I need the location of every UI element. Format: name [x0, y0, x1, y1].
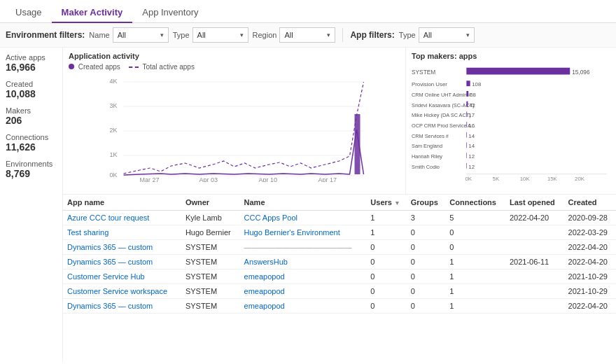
- cell-owner: SYSTEM: [181, 270, 240, 284]
- stat-active-apps: Active apps 16,966: [6, 53, 57, 73]
- region-filter-select[interactable]: All ▾: [279, 27, 335, 43]
- svg-text:Mar 27: Mar 27: [140, 176, 160, 182]
- app-filter-label: App filters:: [350, 30, 394, 40]
- cell-created: 2022-04-20: [564, 299, 616, 314]
- name-filter-label: Name: [89, 31, 109, 39]
- svg-text:20K: 20K: [575, 176, 585, 182]
- sort-icon: ▾: [396, 200, 399, 206]
- chevron-down-icon: ▾: [240, 31, 244, 38]
- svg-rect-43: [466, 163, 467, 169]
- chart-legend: Created apps Total active apps: [69, 63, 400, 71]
- region-filter-group: Region All ▾: [253, 27, 336, 43]
- bar-chart-title: Top makers: apps: [412, 52, 610, 60]
- cell-app-name[interactable]: Dynamics 365 — custom: [63, 240, 181, 255]
- cell-owner: SYSTEM: [181, 255, 240, 270]
- svg-text:Sam England: Sam England: [412, 143, 442, 149]
- cell-name[interactable]: emeapopod: [240, 270, 367, 284]
- stat-created: Created 10,088: [6, 80, 57, 99]
- col-app-name: App name: [63, 195, 181, 211]
- stat-makers: Makers 206: [6, 106, 57, 126]
- cell-last-opened: 2021-06-11: [505, 255, 564, 270]
- legend-total: Total active apps: [129, 63, 195, 71]
- cell-last-opened: [505, 284, 564, 299]
- svg-text:108: 108: [472, 81, 482, 88]
- svg-text:1K: 1K: [110, 151, 118, 158]
- col-name: Name: [240, 195, 367, 211]
- cell-connections: 5: [445, 211, 505, 225]
- cell-name[interactable]: ——————————————: [240, 240, 367, 255]
- svg-rect-14: [355, 114, 360, 174]
- svg-text:10K: 10K: [520, 176, 531, 182]
- svg-text:2K: 2K: [110, 127, 118, 134]
- cell-app-name[interactable]: Customer Service workspace: [63, 284, 181, 299]
- svg-text:CRM Online UHT Admin #: CRM Online UHT Admin #: [412, 92, 472, 98]
- svg-rect-34: [466, 132, 467, 138]
- cell-users: 0: [366, 284, 406, 299]
- cell-last-opened: 2022-04-20: [505, 211, 564, 225]
- cell-name[interactable]: CCC Apps Pool: [240, 211, 367, 225]
- cell-name[interactable]: Hugo Bernier's Environment: [240, 225, 367, 240]
- cell-app-name[interactable]: Test sharing: [63, 225, 181, 240]
- svg-text:14: 14: [468, 143, 475, 149]
- svg-text:12: 12: [468, 153, 475, 160]
- svg-text:3K: 3K: [110, 102, 118, 109]
- cell-created: 2020-09-28: [564, 211, 616, 225]
- cell-created: 2021-10-29: [564, 284, 616, 299]
- cell-created: 2022-04-20: [564, 255, 616, 270]
- name-filter-select[interactable]: All ▾: [113, 27, 169, 43]
- table-row: Dynamics 365 — customSYSTEMAnswersHub001…: [63, 255, 616, 270]
- type-env-filter-select[interactable]: All ▾: [192, 27, 248, 43]
- svg-text:17: 17: [468, 112, 475, 118]
- tab-usage[interactable]: Usage: [6, 3, 52, 23]
- type-env-filter-label: Type: [173, 31, 190, 39]
- cell-users: 0: [366, 270, 406, 284]
- table-section[interactable]: App name Owner Name Users ▾ Groups Conne…: [63, 195, 616, 362]
- tab-app-inventory[interactable]: App Inventory: [132, 3, 208, 23]
- table-row: Dynamics 365 — customSYSTEM—————————————…: [63, 240, 616, 255]
- cell-users: 1: [366, 211, 406, 225]
- cell-connections: 1: [445, 270, 505, 284]
- svg-text:CRM Services #: CRM Services #: [412, 133, 449, 139]
- cell-name[interactable]: emeapopod: [240, 299, 367, 314]
- stat-connections: Connections 11,626: [6, 133, 57, 153]
- stats-panel: Active apps 16,966 Created 10,088 Makers…: [0, 48, 63, 362]
- table-row: Customer Service workspaceSYSTEMemeapopo…: [63, 284, 616, 299]
- svg-text:0K: 0K: [110, 172, 118, 178]
- type-app-filter-select[interactable]: All ▾: [419, 27, 475, 43]
- cell-last-opened: [505, 225, 564, 240]
- table-header-row: App name Owner Name Users ▾ Groups Conne…: [63, 195, 616, 211]
- cell-app-name[interactable]: Dynamics 365 — custom: [63, 299, 181, 314]
- cell-owner: SYSTEM: [181, 299, 240, 314]
- cell-app-name[interactable]: Dynamics 365 — custom: [63, 255, 181, 270]
- col-connections: Connections: [445, 195, 505, 211]
- cell-users: 0: [366, 240, 406, 255]
- cell-name[interactable]: emeapopod: [240, 284, 367, 299]
- cell-groups: 0: [407, 255, 446, 270]
- tab-maker-activity[interactable]: Maker Activity: [52, 3, 133, 23]
- cell-created: 2022-03-29: [564, 225, 616, 240]
- bar-chart-svg: SYSTEM 15,096 Provision User 108 CRM Onl…: [412, 63, 610, 186]
- cell-groups: 3: [407, 211, 446, 225]
- cell-groups: 0: [407, 270, 446, 284]
- svg-text:Provision User: Provision User: [412, 81, 447, 88]
- svg-text:OCP CRM Prod Service A...: OCP CRM Prod Service A...: [412, 122, 475, 129]
- cell-owner: Kyle Lamb: [181, 211, 240, 225]
- charts-area: Application activity Created apps Total …: [63, 48, 616, 362]
- cell-app-name[interactable]: Customer Service Hub: [63, 270, 181, 284]
- bar-chart-section: Top makers: apps SYSTEM 15,096 Provision…: [406, 48, 616, 194]
- cell-app-name[interactable]: Azure CCC tour request: [63, 211, 181, 225]
- cell-name[interactable]: AnswersHub: [240, 255, 367, 270]
- svg-text:14: 14: [468, 133, 475, 139]
- cell-connections: 1: [445, 255, 505, 270]
- chevron-down-icon: ▾: [466, 31, 470, 38]
- cell-connections: 1: [445, 299, 505, 314]
- svg-rect-37: [466, 142, 467, 148]
- table-row: Customer Service HubSYSTEMemeapopod00120…: [63, 270, 616, 284]
- svg-text:SYSTEM: SYSTEM: [412, 69, 435, 76]
- chevron-down-icon: ▾: [160, 31, 164, 38]
- col-created: Created: [564, 195, 616, 211]
- svg-rect-28: [466, 111, 467, 117]
- svg-rect-25: [466, 102, 468, 107]
- col-users: Users ▾: [366, 195, 406, 211]
- svg-text:15,096: 15,096: [572, 69, 590, 76]
